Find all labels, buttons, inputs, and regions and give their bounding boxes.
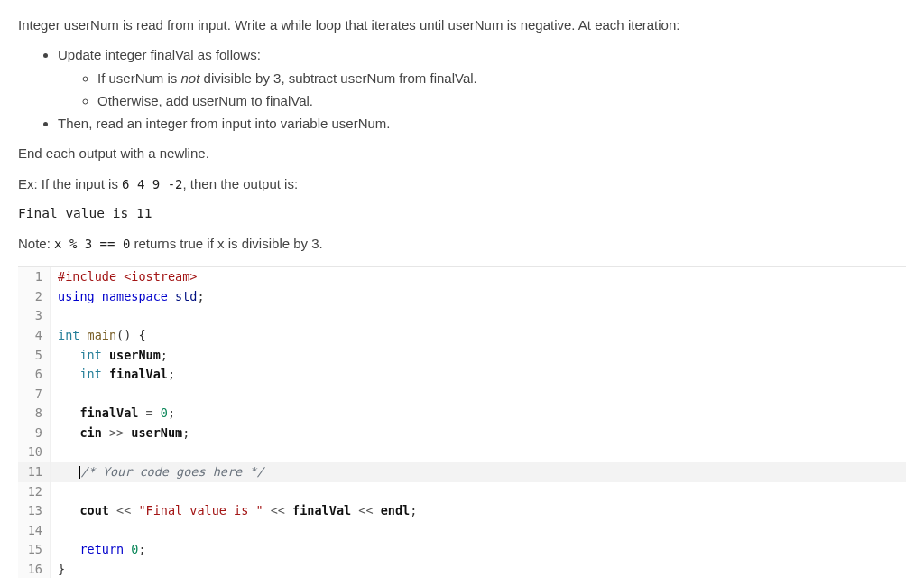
- bullet-update-text: Update integer finalVal as follows:: [58, 47, 261, 62]
- line-number: 16: [18, 560, 51, 578]
- code-src[interactable]: }: [51, 560, 906, 578]
- sub-bullet-notdiv: If userNum is not divisible by 3, subtra…: [97, 68, 906, 89]
- code-src[interactable]: [51, 443, 906, 462]
- bullet-read: Then, read an integer from input into va…: [58, 113, 906, 134]
- problem-prompt: Integer userNum is read from input. Writ…: [18, 14, 906, 254]
- line-number: 12: [18, 482, 51, 502]
- line-number: 15: [18, 540, 51, 560]
- code-line-3[interactable]: 3: [18, 306, 906, 326]
- code-line-9[interactable]: 9 cin >> userNum;: [18, 424, 906, 443]
- line-number: 4: [18, 326, 51, 346]
- line-number: 10: [18, 443, 51, 462]
- line-number: 9: [18, 424, 51, 443]
- sub1-suffix: divisible by 3, subtract userNum from fi…: [199, 70, 476, 86]
- note-code: x % 3 == 0: [54, 237, 130, 251]
- code-src[interactable]: cin >> userNum;: [51, 424, 906, 443]
- code-line-13[interactable]: 13 cout << "Final value is " << finalVal…: [18, 501, 906, 521]
- code-line-2[interactable]: 2 using namespace std;: [18, 287, 906, 307]
- code-editor[interactable]: 1 #include <iostream> 2 using namespace …: [18, 266, 906, 578]
- sub1-em: not: [181, 70, 200, 86]
- code-src[interactable]: return 0;: [51, 540, 906, 560]
- ex-suffix: , then the output is:: [183, 176, 299, 191]
- code-src[interactable]: int main() {: [51, 326, 906, 346]
- line-number: 11: [18, 462, 51, 482]
- line-number: 8: [18, 404, 51, 424]
- code-src[interactable]: #include <iostream>: [51, 267, 906, 287]
- ex-input: 6 4 9 -2: [122, 177, 182, 191]
- code-src[interactable]: /* Your code goes here */: [51, 462, 906, 482]
- code-line-16[interactable]: 16 }: [18, 560, 906, 578]
- line-number: 2: [18, 287, 51, 307]
- example-line: Ex: If the input is 6 4 9 -2, then the o…: [18, 173, 906, 195]
- line-number: 7: [18, 385, 51, 405]
- code-src[interactable]: [51, 482, 906, 502]
- note-line: Note: x % 3 == 0 returns true if x is di…: [18, 233, 906, 255]
- code-src[interactable]: [51, 306, 906, 326]
- code-src[interactable]: cout << "Final value is " << finalVal <<…: [51, 501, 906, 521]
- line-number: 1: [18, 267, 51, 287]
- code-line-11[interactable]: 11 /* Your code goes here */: [18, 462, 906, 482]
- code-src[interactable]: [51, 385, 906, 405]
- code-line-5[interactable]: 5 int userNum;: [18, 346, 906, 366]
- note-suffix: returns true if x is divisible by 3.: [130, 236, 322, 251]
- code-src[interactable]: [51, 521, 906, 541]
- code-src[interactable]: finalVal = 0;: [51, 404, 906, 424]
- code-src[interactable]: int finalVal;: [51, 365, 906, 385]
- line-number: 6: [18, 365, 51, 385]
- code-src[interactable]: int userNum;: [51, 346, 906, 366]
- code-src[interactable]: using namespace std;: [51, 287, 906, 307]
- code-line-1[interactable]: 1 #include <iostream>: [18, 267, 906, 287]
- bullet-list: Update integer finalVal as follows: If u…: [18, 44, 906, 134]
- code-line-4[interactable]: 4 int main() {: [18, 326, 906, 346]
- code-line-10[interactable]: 10: [18, 443, 906, 462]
- note-prefix: Note:: [18, 236, 54, 251]
- code-line-7[interactable]: 7: [18, 385, 906, 405]
- code-line-8[interactable]: 8 finalVal = 0;: [18, 404, 906, 424]
- ex-prefix: Ex: If the input is: [18, 176, 122, 191]
- end-note: End each output with a newline.: [18, 143, 906, 163]
- code-line-15[interactable]: 15 return 0;: [18, 540, 906, 560]
- sub-bullet-list: If userNum is not divisible by 3, subtra…: [58, 68, 906, 112]
- code-line-12[interactable]: 12: [18, 482, 906, 502]
- bullet-update: Update integer finalVal as follows: If u…: [58, 44, 906, 111]
- intro-text: Integer userNum is read from input. Writ…: [18, 14, 906, 35]
- line-number: 14: [18, 521, 51, 541]
- line-number: 13: [18, 501, 51, 521]
- line-number: 5: [18, 346, 51, 366]
- example-output: Final value is 11: [18, 203, 906, 223]
- sub-bullet-otherwise: Otherwise, add userNum to finalVal.: [97, 90, 906, 111]
- line-number: 3: [18, 306, 51, 326]
- code-line-14[interactable]: 14: [18, 521, 906, 541]
- sub1-prefix: If userNum is: [97, 70, 181, 86]
- code-line-6[interactable]: 6 int finalVal;: [18, 365, 906, 385]
